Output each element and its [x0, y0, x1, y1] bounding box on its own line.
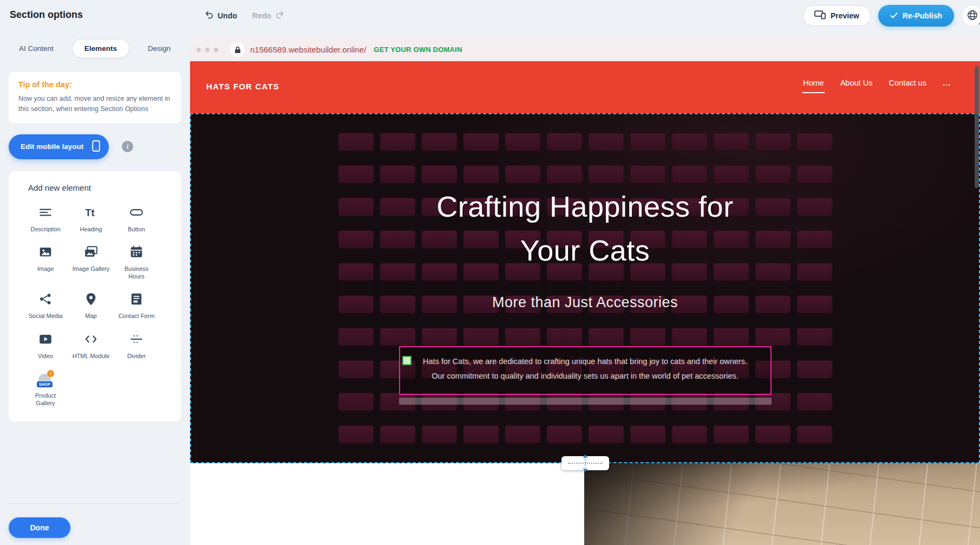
element-option-html-module[interactable]: HTML Module — [68, 332, 114, 360]
hero-tile — [505, 133, 540, 151]
hero-tile — [338, 328, 374, 346]
element-margin-indicator — [399, 398, 772, 405]
info-icon[interactable]: i — [122, 141, 133, 152]
next-section[interactable] — [190, 463, 980, 545]
history-controls: Undo Redo — [205, 0, 284, 31]
nav-more[interactable]: ... — [943, 79, 951, 87]
language-globe-button[interactable] — [962, 5, 980, 27]
image-gallery-icon — [84, 245, 98, 261]
hero-subheading[interactable]: More than Just Accessories — [191, 294, 979, 311]
button-icon — [129, 205, 143, 222]
hero-tile — [796, 393, 832, 411]
hero-tile — [588, 165, 624, 184]
hero-tile — [755, 425, 790, 444]
hero-section-selected[interactable]: Crafting Happiness for Your Cats More th… — [190, 113, 980, 463]
map-pin-icon — [84, 292, 98, 308]
divider-icon — [129, 332, 143, 348]
site-preview-window: n1566589.websitebuilder.online/ GET YOUR… — [190, 38, 980, 545]
element-option-divider[interactable]: Divider — [114, 332, 159, 360]
hero-tile — [421, 425, 457, 444]
social-media-icon — [38, 292, 53, 308]
hero-tile — [630, 133, 665, 151]
hero-tile — [505, 328, 540, 346]
resize-arrows-icon — [582, 454, 589, 475]
hero-tile — [796, 328, 832, 346]
hero-tile — [713, 328, 749, 346]
done-button[interactable]: Done — [9, 517, 70, 538]
tip-of-the-day-card: Tip of the day: Now you can add, move an… — [9, 72, 181, 124]
section-resize-handle[interactable] — [561, 456, 609, 470]
window-dot — [214, 48, 218, 52]
heading-icon: Tt — [84, 205, 98, 222]
tab-ai-content[interactable]: AI Content — [12, 39, 61, 58]
element-option-product-gallery[interactable]: SHOP ↑ Product Gallery — [23, 372, 68, 407]
hero-tile — [755, 133, 790, 151]
element-option-social-media[interactable]: Social Media — [23, 292, 68, 320]
hero-heading[interactable]: Crafting Happiness for Your Cats — [191, 185, 979, 272]
element-option-description[interactable]: Description — [23, 205, 68, 233]
hero-tile — [796, 165, 832, 184]
ssl-lock-icon — [230, 42, 245, 57]
hero-tile — [713, 425, 749, 444]
hero-tile — [338, 360, 374, 379]
code-icon — [84, 332, 98, 348]
preview-button[interactable]: Preview — [803, 5, 871, 26]
selected-paragraph-element[interactable]: Hats for Cats, we are dedicated to craft… — [399, 346, 772, 395]
hero-tile — [796, 425, 832, 444]
hero-tile — [713, 165, 749, 184]
sidebar-tabs: AI Content Elements Design — [12, 39, 178, 58]
undo-button[interactable]: Undo — [205, 11, 237, 21]
tab-design[interactable]: Design — [141, 39, 178, 58]
hero-tile — [546, 165, 582, 184]
get-domain-link[interactable]: GET YOUR OWN DOMAIN — [374, 46, 462, 54]
site-url[interactable]: n1566589.websitebuilder.online/ — [250, 45, 366, 54]
hero-tile — [380, 425, 415, 444]
hero-tile — [546, 133, 582, 151]
hero-tile — [505, 425, 540, 444]
hero-tile — [463, 165, 499, 184]
tip-body: Now you can add, move and resize any ele… — [18, 94, 171, 114]
redo-button[interactable]: Redo — [252, 11, 284, 21]
hero-tile — [630, 165, 665, 184]
nav-home[interactable]: Home — [803, 79, 824, 87]
element-option-heading[interactable]: Tt Heading — [68, 205, 114, 233]
nav-about-us[interactable]: About Us — [840, 79, 873, 87]
element-option-image-gallery[interactable]: Image Gallery — [68, 245, 114, 281]
element-drag-handle[interactable] — [402, 356, 411, 365]
add-element-panel: Add new element Description Tt Heading B… — [9, 171, 181, 421]
hero-tile — [380, 133, 415, 151]
site-content: HATS FOR CATS Home About Us Contact us .… — [190, 61, 980, 545]
nav-contact-us[interactable]: Contact us — [889, 79, 926, 87]
hero-tile — [338, 133, 374, 151]
hero-tile — [338, 425, 374, 444]
hero-tile — [671, 328, 707, 346]
hero-tile — [380, 328, 415, 346]
redo-icon — [275, 11, 284, 21]
hero-tile — [755, 165, 790, 184]
site-logo[interactable]: HATS FOR CATS — [206, 82, 279, 91]
republish-button[interactable]: Re-Publish — [878, 5, 954, 27]
topbar-actions: Preview Re-Publish — [803, 0, 980, 31]
hero-tile — [463, 328, 499, 346]
hero-tile — [796, 360, 832, 379]
svg-text:Tt: Tt — [85, 206, 94, 218]
element-option-video[interactable]: Video — [23, 332, 68, 360]
shop-ribbon: SHOP — [37, 381, 53, 387]
hero-tile — [421, 328, 457, 346]
tab-elements[interactable]: Elements — [72, 39, 129, 58]
product-gallery-icon: SHOP ↑ — [36, 372, 55, 388]
element-option-image[interactable]: Image — [23, 245, 68, 281]
edit-mobile-layout-button[interactable]: Edit mobile layout — [9, 134, 109, 159]
page-scrollbar[interactable] — [975, 66, 979, 188]
hero-tile — [588, 425, 624, 444]
element-option-button[interactable]: Button — [114, 205, 159, 233]
element-option-business-hours[interactable]: Business Hours — [114, 245, 159, 281]
hero-paragraph: Hats for Cats, we are dedicated to craft… — [400, 354, 770, 384]
tip-title: Tip of the day: — [18, 80, 171, 89]
window-dot — [197, 48, 201, 52]
undo-icon — [205, 11, 214, 21]
element-option-contact-form[interactable]: Contact Form — [114, 292, 159, 320]
hero-tile — [546, 328, 582, 346]
element-option-map[interactable]: Map — [68, 292, 114, 320]
site-header[interactable]: HATS FOR CATS Home About Us Contact us .… — [190, 61, 980, 113]
